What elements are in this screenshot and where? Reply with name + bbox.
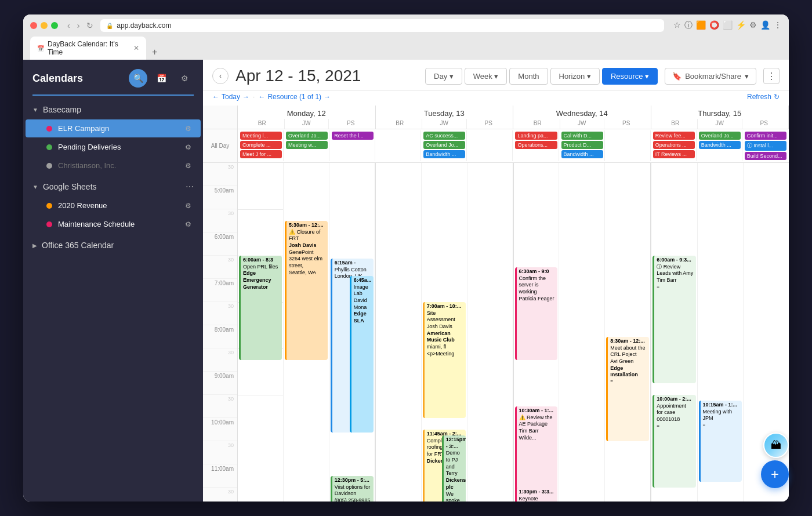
profile-icon[interactable]: 👤 xyxy=(760,20,770,31)
prev-period-button[interactable]: ‹ xyxy=(212,68,229,84)
group-office365: ▶ Office 365 Calendar xyxy=(23,236,203,255)
allday-event[interactable]: Overland Jo... xyxy=(286,132,328,140)
group-header-google-sheets[interactable]: ▼ Google Sheets ⋯ xyxy=(23,177,203,196)
allday-event[interactable]: Confirm init... xyxy=(745,132,786,140)
event-open-prl[interactable]: 6:00am - 8:3 Open PRL files Edge Emergen… xyxy=(239,256,282,360)
forward-button[interactable]: › xyxy=(75,20,82,31)
calendar-gear-icon[interactable]: ⚙ xyxy=(185,162,191,170)
group-header-office365[interactable]: ▶ Office 365 Calendar xyxy=(23,236,203,255)
calendar-gear-icon[interactable]: ⚙ xyxy=(185,125,191,133)
allday-event[interactable]: IT Reviews ... xyxy=(653,150,695,158)
calendar-gear-icon[interactable]: ⚙ xyxy=(185,202,191,210)
resource-ps-mon: PS xyxy=(329,119,373,129)
sidebar-item-elr[interactable]: ELR Campaign ⚙ xyxy=(26,119,201,137)
event-confirm-server[interactable]: 6:30am - 9:0 Confirm the server is worki… xyxy=(515,267,558,360)
today-link[interactable]: Today xyxy=(222,93,240,101)
event-meeting-jpm[interactable]: 10:15am - 1:... Meeting with JPM = xyxy=(699,401,742,482)
allday-event[interactable]: ⓘ Instal l... xyxy=(745,141,786,151)
allday-event[interactable]: Operations ... xyxy=(653,141,695,149)
calendar-gear-icon[interactable]: ⚙ xyxy=(185,143,191,151)
calendar-subtoolbar: ← Today → · ← Resource (1 of 1) → Refres… xyxy=(203,90,789,106)
menu-icon[interactable]: ⋮ xyxy=(774,20,782,31)
allday-event[interactable]: Review fee... xyxy=(653,132,695,140)
active-tab[interactable]: 📅 DayBack Calendar: It's Time ✕ xyxy=(30,37,146,60)
sidebar-divider xyxy=(32,95,194,96)
reload-button[interactable]: ↻ xyxy=(84,20,96,31)
sidebar-item-maintenance[interactable]: Maintenance Schedule ⚙ xyxy=(26,215,201,233)
allday-event[interactable]: Reset the l... xyxy=(332,132,374,140)
calendar-view-button[interactable]: 📅 xyxy=(152,69,171,88)
event-viist-davidson[interactable]: 12:30pm - 5:... Viist options for Davids… xyxy=(331,476,374,502)
resource-nav[interactable]: Resource (1 of 1) xyxy=(267,93,321,101)
allday-event[interactable]: Meeting w... xyxy=(286,141,328,149)
bookmark-share-button[interactable]: 🔖 Bookmark/Share ▾ xyxy=(665,68,756,85)
next-resource-arrow[interactable]: → xyxy=(324,93,331,101)
new-tab-button[interactable]: + xyxy=(147,45,162,60)
settings-icon[interactable]: ⚙ xyxy=(749,20,757,31)
browser-window: ‹ › ↻ 🔒 app.dayback.com ☆ ⓘ 🟧 ⭕ ⬜ ⚡ ⚙ 👤 … xyxy=(23,14,789,502)
minimize-button[interactable] xyxy=(41,22,48,29)
prev-resource-arrow[interactable]: ← xyxy=(258,93,265,101)
prev-nav-arrow[interactable]: ← xyxy=(212,93,219,101)
resource-br-wed: BR xyxy=(516,119,560,129)
extension-icon-3[interactable]: ⬜ xyxy=(723,20,733,31)
tab-close-button[interactable]: ✕ xyxy=(133,44,139,52)
event-645am[interactable]: 6:45a... Image Lab David Mona Edge SLA xyxy=(350,276,374,433)
avatar-button[interactable]: 🏔 xyxy=(763,433,789,458)
allday-event[interactable]: Cal with D... xyxy=(561,132,603,140)
event-appointment[interactable]: 10:00am - 2:... Appointment for case 000… xyxy=(652,395,695,488)
address-bar[interactable]: 🔒 app.dayback.com xyxy=(100,19,664,32)
allday-event[interactable]: Product D... xyxy=(561,141,603,149)
refresh-button[interactable]: Refresh ↻ xyxy=(747,93,780,101)
time-slot: 5:00am xyxy=(203,186,237,209)
calendar-gear-icon[interactable]: ⚙ xyxy=(185,220,191,228)
month-view-button[interactable]: Month xyxy=(509,68,548,85)
event-closure-frt[interactable]: 5:30am - 12:... ⚠️ Closure of FRT Josh D… xyxy=(285,221,328,360)
extension-icon-4[interactable]: ⚡ xyxy=(736,20,746,31)
more-options-button[interactable]: ⋮ xyxy=(763,68,780,84)
app-layout: Calendars 🔍 📅 ⚙ ▼ Basecamp ELR Campaign … xyxy=(23,60,789,502)
allday-event[interactable]: Operations... xyxy=(515,141,557,149)
maximize-button[interactable] xyxy=(51,22,58,29)
allday-event[interactable]: Overland Jo... xyxy=(423,141,465,149)
bookmark-icon[interactable]: ☆ xyxy=(673,20,681,31)
allday-tuesday-br xyxy=(376,130,421,161)
resource-ps-tue: PS xyxy=(467,119,511,129)
event-review-leads[interactable]: 6:00am - 9:3... ⓘ Review Leads with Amy … xyxy=(652,256,695,383)
group-header-basecamp[interactable]: ▼ Basecamp xyxy=(23,100,203,119)
sidebar-item-christianson[interactable]: Christianson, Inc. ⚙ xyxy=(26,157,201,175)
resource-view-button[interactable]: Resource ▾ xyxy=(602,68,658,85)
time-slot: 30 xyxy=(203,488,237,502)
sidebar-settings-button[interactable]: ⚙ xyxy=(175,69,194,88)
allday-event[interactable]: Bandwidth ... xyxy=(699,141,741,149)
resource-lane-tuesday-jw: 7:00am - 10:... Site Assessment Josh Dav… xyxy=(422,163,467,502)
allday-event[interactable]: Landing pa... xyxy=(515,132,557,140)
allday-event[interactable]: AC success... xyxy=(423,132,465,140)
allday-event[interactable]: Overland Jo... xyxy=(699,132,741,140)
add-event-button[interactable]: + xyxy=(761,460,789,488)
allday-event[interactable]: Build Second... xyxy=(745,152,786,160)
sidebar-item-revenue[interactable]: 2020 Revenue ⚙ xyxy=(26,197,201,215)
allday-event[interactable]: Complete ... xyxy=(240,141,282,149)
event-demo-pj[interactable]: 12:15pm - 3:... Demo to PJ and Terry Dic… xyxy=(442,435,466,502)
back-button[interactable]: ‹ xyxy=(65,20,72,31)
allday-monday-jw: Overland Jo... Meeting w... xyxy=(285,130,329,161)
week-view-button[interactable]: Week ▾ xyxy=(465,68,507,85)
allday-event[interactable]: Meet J for ... xyxy=(240,150,282,158)
search-button[interactable]: 🔍 xyxy=(129,69,147,88)
info-icon[interactable]: ⓘ xyxy=(684,20,693,31)
event-meet-crl[interactable]: 8:30am - 12:... Meet about the CRL Pojec… xyxy=(606,337,649,441)
allday-event[interactable]: Bandwidth ... xyxy=(423,150,465,158)
day-view-button[interactable]: Day ▾ xyxy=(425,68,462,85)
next-nav-arrow[interactable]: → xyxy=(242,93,249,101)
sidebar-item-pending[interactable]: Pending Deliveries ⚙ xyxy=(26,138,201,156)
allday-event[interactable]: Bandwidth ... xyxy=(561,150,603,158)
extension-icon-1[interactable]: 🟧 xyxy=(696,20,706,31)
horizon-view-button[interactable]: Horizon ▾ xyxy=(550,68,600,85)
event-keynote[interactable]: 1:30pm - 3:3... Keynote rehearsal Jack R… xyxy=(515,488,558,502)
allday-event[interactable]: Meeting l... xyxy=(240,132,282,140)
close-button[interactable] xyxy=(30,22,37,29)
event-site-assessment[interactable]: 7:00am - 10:... Site Assessment Josh Dav… xyxy=(423,302,466,418)
extension-icon-2[interactable]: ⭕ xyxy=(709,20,719,31)
group-more-icon[interactable]: ⋯ xyxy=(186,182,194,191)
